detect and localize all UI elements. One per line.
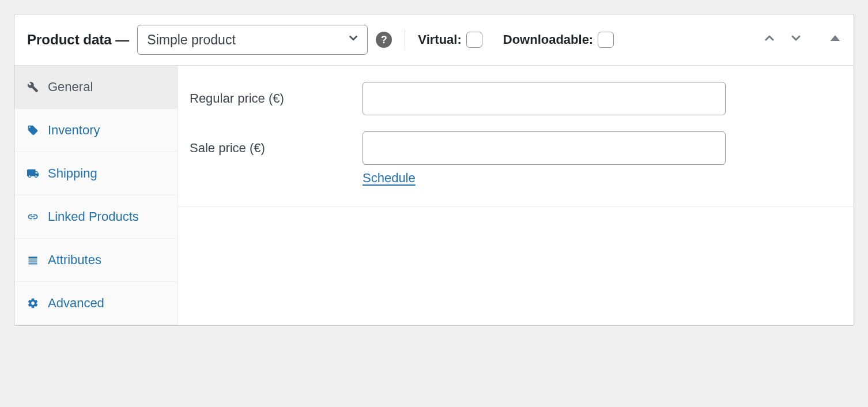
link-icon: [26, 210, 40, 224]
sale-price-row: Sale price (€): [190, 131, 842, 165]
product-type-select[interactable]: Simple product: [137, 25, 368, 55]
tab-general[interactable]: General: [14, 66, 178, 109]
tab-linked-products[interactable]: Linked Products: [14, 195, 178, 239]
tab-label: General: [48, 80, 166, 95]
list-icon: [26, 253, 40, 267]
regular-price-row: Regular price (€): [190, 82, 842, 115]
virtual-checkbox-group[interactable]: Virtual:: [418, 32, 482, 48]
move-down-icon[interactable]: [789, 31, 803, 48]
move-up-icon[interactable]: [763, 31, 776, 48]
tab-attributes[interactable]: Attributes: [14, 239, 178, 282]
pricing-block: Regular price (€) Sale price (€) Schedul…: [178, 66, 854, 207]
tab-inventory[interactable]: Inventory: [14, 109, 178, 152]
schedule-link[interactable]: Schedule: [363, 171, 416, 185]
help-icon[interactable]: ?: [376, 32, 392, 48]
tab-label: Attributes: [48, 253, 166, 267]
svg-marker-0: [831, 35, 840, 41]
gear-icon: [26, 296, 40, 310]
downloadable-checkbox-group[interactable]: Downloadable:: [503, 32, 614, 48]
tab-label: Advanced: [48, 296, 166, 311]
downloadable-checkbox[interactable]: [598, 32, 614, 48]
sale-price-label: Sale price (€): [190, 141, 351, 156]
tab-label: Shipping: [48, 166, 166, 181]
virtual-checkbox[interactable]: [466, 32, 482, 48]
panel-controls: [763, 31, 841, 48]
truck-icon: [26, 167, 40, 180]
wrench-icon: [26, 80, 40, 94]
content-general: Regular price (€) Sale price (€) Schedul…: [178, 66, 854, 325]
panel-title: Product data —: [27, 32, 129, 48]
product-data-panel: Product data — Simple product ? Virtual:…: [14, 14, 854, 326]
tab-shipping[interactable]: Shipping: [14, 152, 178, 195]
regular-price-input[interactable]: [363, 82, 726, 115]
virtual-label: Virtual:: [418, 32, 461, 47]
panel-header: Product data — Simple product ? Virtual:…: [14, 14, 854, 66]
tab-label: Linked Products: [48, 209, 166, 224]
sale-price-input[interactable]: [363, 131, 726, 165]
panel-body: General Inventory Shipping Linked Produc…: [14, 66, 854, 325]
regular-price-label: Regular price (€): [190, 91, 351, 106]
downloadable-label: Downloadable:: [503, 32, 593, 47]
schedule-row: Schedule: [363, 171, 842, 186]
tag-icon: [26, 123, 40, 137]
separator: [405, 29, 405, 50]
toggle-panel-icon[interactable]: [829, 32, 841, 47]
sidebar: General Inventory Shipping Linked Produc…: [14, 66, 178, 325]
tab-advanced[interactable]: Advanced: [14, 282, 178, 325]
tab-label: Inventory: [48, 123, 166, 138]
